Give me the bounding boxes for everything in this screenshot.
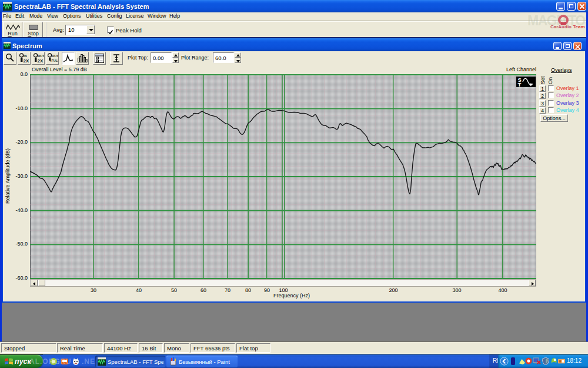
svg-text:IN: IN <box>24 54 27 58</box>
svg-text:2X: 2X <box>38 58 44 64</box>
svg-text:OUT: OUT <box>38 54 44 58</box>
svg-text:T: T <box>518 81 522 87</box>
svg-text:FULL: FULL <box>52 59 59 62</box>
svg-text:2X: 2X <box>24 58 29 64</box>
svg-text:OUT: OUT <box>52 54 58 58</box>
